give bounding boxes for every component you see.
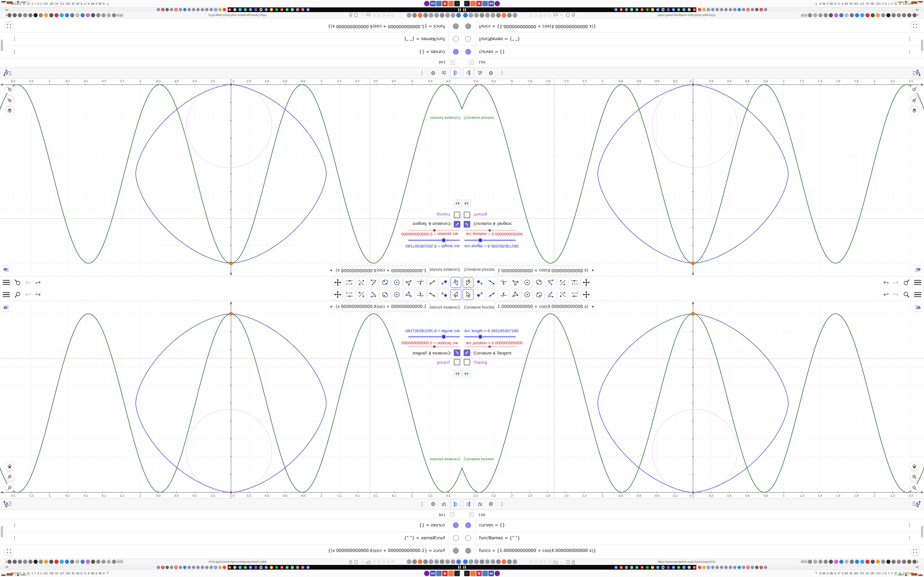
tab-favicon[interactable]	[698, 566, 701, 569]
tool-slider-button[interactable]: a = 2	[344, 289, 355, 300]
tab-favicon[interactable]	[724, 566, 728, 569]
tab-favicon[interactable]: f	[161, 8, 165, 11]
graphics-view[interactable]: -2.4-2.2-2-1.8-1.6-1.4-1.2-1-0.8-0.6-0.4…	[0, 79, 462, 276]
page-zoom-badge[interactable]: 81%	[800, 13, 809, 18]
bookmark-item-icon[interactable]	[463, 559, 468, 564]
tab-favicon[interactable]: G	[746, 566, 750, 569]
folder-icon[interactable]	[554, 560, 558, 564]
visibility-toggle-funcs[interactable]	[465, 548, 471, 554]
extension-icon[interactable]	[65, 560, 69, 564]
scrollbar-thumb[interactable]	[921, 40, 923, 51]
bookmark-item-icon[interactable]	[474, 13, 479, 18]
tool-reflect-button[interactable]	[356, 277, 367, 288]
bookmark-item-icon[interactable]	[445, 559, 450, 564]
tool-slider-button[interactable]: a = 2	[569, 289, 580, 300]
algebra-row-funcnames[interactable]: funcNames = {" "} ⋮	[0, 32, 462, 45]
scrollbar-thumb[interactable]	[1, 40, 3, 51]
tab-favicon[interactable]: G	[286, 566, 289, 569]
tab-favicon[interactable]	[196, 8, 200, 11]
redo-icon[interactable]: ↪	[25, 291, 31, 298]
row-kebab-icon[interactable]: ⋮	[12, 522, 16, 527]
panel-more-button[interactable]: ⋮	[497, 500, 507, 509]
tab-favicon[interactable]	[720, 566, 723, 569]
extension-icon[interactable]	[70, 560, 74, 564]
visibility-toggle-curves[interactable]	[465, 49, 471, 55]
extension-icon[interactable]	[850, 560, 854, 564]
arc-length-slider[interactable]	[408, 240, 460, 241]
overflow-dots-icon[interactable]	[917, 13, 918, 16]
tab-favicon[interactable]: G	[635, 566, 638, 569]
graphics-view[interactable]: -2.4-2.2-2-1.8-1.6-1.4-1.2-1-0.8-0.6-0.4…	[0, 301, 462, 498]
tab-favicon[interactable]: f	[759, 8, 763, 11]
bookmark-item-icon[interactable]	[491, 559, 495, 564]
taskbar-app-icon[interactable]	[424, 571, 430, 576]
radio-bookmark-icon[interactable]	[387, 14, 389, 16]
tab-favicon[interactable]	[223, 566, 226, 569]
extension-icon[interactable]	[902, 560, 906, 564]
tool-line-button[interactable]	[427, 277, 438, 288]
row-kebab-icon[interactable]: ⋮	[12, 535, 16, 540]
visibility-toggle-curves[interactable]	[453, 49, 459, 55]
tab-favicon[interactable]: G	[174, 8, 178, 11]
row-kebab-icon[interactable]: ⋮	[908, 37, 912, 42]
tab-favicon[interactable]	[716, 566, 719, 569]
bookmark-item-icon[interactable]	[513, 13, 517, 18]
bookmark-item-icon[interactable]	[429, 13, 433, 18]
tool-move-view-button[interactable]	[332, 277, 343, 288]
bookmark-item-icon[interactable]	[456, 559, 461, 564]
collapse-list-button[interactable]: −	[469, 512, 474, 517]
tool-circle-button[interactable]	[522, 289, 533, 300]
tab-favicon[interactable]	[187, 8, 191, 11]
tab-favicon[interactable]	[729, 566, 732, 569]
tab-favicon[interactable]	[166, 8, 169, 11]
tab-favicon[interactable]	[218, 8, 222, 11]
tab-favicon[interactable]	[755, 8, 758, 11]
undo-icon[interactable]: ↩	[883, 291, 889, 298]
overflow-dots-icon[interactable]	[917, 561, 918, 564]
row-kebab-icon[interactable]: ⋮	[908, 535, 912, 540]
extension-icon[interactable]	[34, 560, 38, 564]
bookmark-item-icon[interactable]	[407, 13, 411, 18]
algebra-row-funcs[interactable]: funcs = {1.000000000000 + cos(4.00000000…	[0, 20, 462, 32]
collapse-list-button[interactable]: −	[450, 60, 455, 65]
chevron-down-icon[interactable]: ▼	[588, 305, 597, 309]
tab-favicon[interactable]	[218, 566, 222, 569]
extension-icon[interactable]	[107, 560, 111, 564]
graphing-panel-toggle[interactable]	[914, 303, 922, 311]
back-arrow-icon[interactable]: ←	[360, 559, 364, 564]
bookmark-item-icon[interactable]	[451, 13, 456, 18]
extension-icon[interactable]	[913, 560, 917, 564]
visibility-toggle-curves[interactable]	[465, 522, 471, 528]
visibility-toggle-funcnames[interactable]	[453, 535, 459, 541]
arc-length-slider[interactable]	[408, 336, 460, 337]
skip-to-end-button[interactable]	[454, 370, 462, 377]
tool-point-button[interactable]: A	[474, 289, 485, 300]
tab-favicon[interactable]: G	[672, 566, 675, 569]
taskbar-app-icon[interactable]: >_	[464, 1, 470, 6]
folder-icon[interactable]	[366, 560, 370, 564]
taskbar-app-icon[interactable]: ⚙	[442, 1, 448, 6]
bookmark-item-icon[interactable]	[412, 13, 417, 18]
tab-favicon[interactable]	[742, 8, 745, 11]
tab-favicon[interactable]	[210, 566, 213, 569]
tab-favicon[interactable]: G	[214, 8, 217, 11]
bookmark-item-icon[interactable]	[513, 559, 517, 564]
fx-button[interactable]: fx	[439, 500, 449, 509]
tool-ellipse-button[interactable]	[533, 289, 544, 300]
tab-favicon[interactable]	[254, 566, 257, 569]
algebra-row-funcnames[interactable]: funcNames = {" "} ⋮	[462, 532, 924, 545]
tree-view-button[interactable]	[464, 68, 473, 78]
page-zoom-badge[interactable]: 81%	[800, 559, 809, 564]
taskbar-app-icon[interactable]	[470, 571, 476, 576]
taskbar-app-icon[interactable]	[448, 1, 454, 6]
extension-icon[interactable]	[834, 13, 838, 17]
tool-move-view-button[interactable]	[332, 289, 343, 300]
tool-polygon-button[interactable]	[510, 289, 521, 300]
extension-icon[interactable]	[28, 560, 32, 564]
algebra-row-funcs[interactable]: funcs = {1.000000000000 + cos(4.00000000…	[0, 545, 462, 557]
tab-favicon[interactable]	[291, 566, 294, 569]
zoom-out-button[interactable]	[5, 483, 14, 492]
taskbar-app-icon[interactable]: 64	[488, 1, 494, 6]
tab-favicon[interactable]	[738, 566, 741, 569]
redo-icon[interactable]: ↪	[25, 279, 31, 286]
